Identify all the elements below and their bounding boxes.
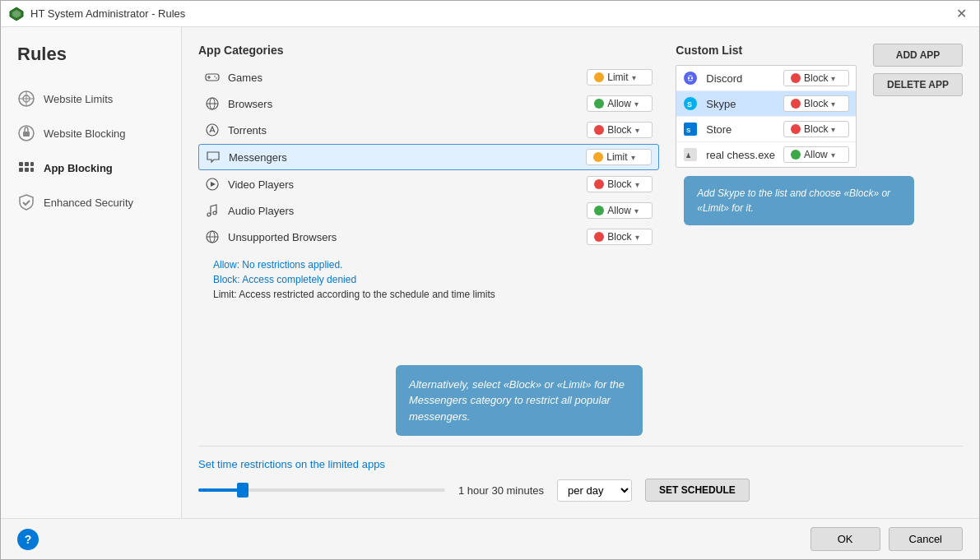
- time-title: Set time restrictions on the limited app…: [198, 458, 963, 470]
- category-row-games[interactable]: Games Limit ▾: [198, 65, 659, 90]
- chess-badge-text: Allow: [804, 149, 828, 160]
- cancel-button[interactable]: Cancel: [889, 527, 963, 551]
- browsers-badge-dot: [594, 99, 604, 109]
- svg-marker-22: [211, 182, 216, 187]
- sidebar-item-website-blocking[interactable]: Website Blocking: [1, 116, 181, 150]
- chess-action-badge[interactable]: Allow ▾: [783, 146, 849, 163]
- torrents-action-badge[interactable]: Block ▾: [587, 122, 653, 138]
- store-icon: S: [683, 122, 698, 137]
- svg-point-28: [684, 72, 697, 85]
- list-item-skype[interactable]: S Skype Block ▾: [676, 91, 856, 117]
- sidebar: Rules Website Limits Website Blocking: [1, 27, 182, 518]
- category-row-messengers[interactable]: Messengers Limit ▾: [198, 144, 659, 170]
- browsers-action-badge[interactable]: Allow ▾: [587, 95, 653, 112]
- time-section: Set time restrictions on the limited app…: [198, 446, 963, 502]
- window-title: HT System Administrator - Rules: [30, 7, 951, 20]
- category-name-torrents: Torrents: [228, 124, 578, 137]
- discord-chevron-icon: ▾: [831, 74, 835, 83]
- store-chevron-icon: ▾: [831, 125, 835, 134]
- messengers-action-badge[interactable]: Limit ▾: [586, 149, 652, 165]
- video-players-action-badge[interactable]: Block ▾: [587, 176, 653, 192]
- messengers-badge-dot: [593, 152, 603, 162]
- store-action-badge[interactable]: Block ▾: [783, 121, 849, 137]
- discord-badge-text: Block: [804, 72, 828, 84]
- music-icon: [205, 203, 220, 218]
- skype-action-badge[interactable]: Block ▾: [783, 95, 849, 112]
- sidebar-label-enhanced-security: Enhanced Security: [44, 197, 133, 209]
- allow-dot: [198, 260, 208, 270]
- svg-text:S: S: [686, 127, 691, 134]
- main-content: Rules Website Limits Website Blocking: [1, 27, 979, 518]
- store-badge-dot: [791, 124, 801, 134]
- allow-legend-text: Allow: No restrictions applied.: [213, 259, 342, 271]
- unsupported-browsers-chevron-icon: ▾: [635, 233, 639, 242]
- sidebar-item-website-limits[interactable]: Website Limits: [1, 81, 181, 116]
- skype-badge-dot: [791, 99, 801, 109]
- content-area: App Categories Games: [182, 27, 979, 518]
- callout-top-right: Add Skype to the list and choose «Block»…: [684, 176, 914, 225]
- messengers-chevron-icon: ▾: [631, 153, 635, 162]
- app-blocking-icon: [17, 159, 35, 177]
- category-row-browsers[interactable]: Browsers Allow ▾: [198, 91, 659, 116]
- help-button[interactable]: ?: [17, 529, 39, 550]
- category-row-audio-players[interactable]: Audio Players Allow ▾: [198, 198, 659, 223]
- limited-apps-link[interactable]: limited apps: [328, 458, 385, 470]
- website-limits-icon: [17, 90, 35, 108]
- discord-badge-dot: [791, 73, 801, 83]
- audio-players-badge-dot: [594, 206, 604, 215]
- unsupported-globe-icon: [205, 229, 220, 244]
- games-action-badge[interactable]: Limit ▾: [587, 69, 653, 86]
- sidebar-item-app-blocking[interactable]: App Blocking: [1, 150, 181, 185]
- discord-icon: [683, 71, 698, 86]
- sidebar-label-app-blocking: App Blocking: [44, 162, 113, 174]
- ok-button[interactable]: OK: [810, 527, 880, 551]
- callout-top-right-area: Add Skype to the list and choose «Block»…: [684, 176, 963, 225]
- games-badge-text: Limit: [607, 72, 628, 83]
- time-slider-track[interactable]: [198, 488, 445, 492]
- category-row-unsupported-browsers[interactable]: Unsupported Browsers Block ▾: [198, 224, 659, 249]
- allow-link[interactable]: Allow: No restrictions applied.: [213, 259, 342, 271]
- app-categories-title: App Categories: [198, 44, 659, 57]
- discord-action-badge[interactable]: Block ▾: [783, 70, 849, 86]
- audio-players-action-badge[interactable]: Allow ▾: [587, 202, 653, 219]
- callout-bottom-container: Alternatively, select «Block» or «Limit»…: [198, 365, 963, 437]
- limit-dot: [198, 289, 208, 299]
- right-panel: Custom List: [676, 44, 963, 360]
- bottom-bar: ? OK Cancel: [1, 518, 979, 559]
- website-blocking-icon: [17, 124, 35, 142]
- delete-app-button[interactable]: DELETE APP: [873, 73, 963, 96]
- custom-list-title: Custom List: [676, 44, 857, 57]
- torrents-badge-text: Block: [607, 124, 631, 136]
- category-name-messengers: Messengers: [229, 151, 578, 164]
- list-item-store[interactable]: S Store Block ▾: [676, 117, 856, 142]
- list-item-discord[interactable]: Discord Block ▾: [676, 66, 856, 91]
- unsupported-browsers-action-badge[interactable]: Block ▾: [587, 229, 653, 245]
- svg-text:S: S: [687, 100, 692, 109]
- close-button[interactable]: ✕: [951, 4, 971, 24]
- per-day-select[interactable]: per day per week: [557, 479, 632, 502]
- title-bar: HT System Administrator - Rules ✕: [1, 1, 979, 27]
- svg-point-23: [207, 213, 211, 216]
- globe-icon: [205, 96, 220, 111]
- svg-point-15: [214, 76, 216, 77]
- add-app-button[interactable]: ADD APP: [873, 44, 963, 67]
- category-row-torrents[interactable]: Torrents Block ▾: [198, 118, 659, 142]
- skype-badge-text: Block: [804, 98, 828, 109]
- video-players-badge-text: Block: [607, 178, 631, 190]
- sidebar-item-enhanced-security[interactable]: Enhanced Security: [1, 185, 181, 220]
- callout-top-right-text: Add Skype to the list and choose «Block»…: [697, 187, 890, 214]
- messengers-badge-text: Limit: [606, 151, 627, 163]
- category-name-video-players: Video Players: [228, 178, 578, 191]
- slider-thumb[interactable]: [237, 483, 248, 498]
- set-schedule-button[interactable]: SET SCHEDULE: [645, 479, 750, 502]
- svg-rect-8: [30, 162, 34, 166]
- block-link[interactable]: Block: Access completely denied: [213, 274, 356, 285]
- chat-icon: [206, 150, 221, 164]
- unsupported-browsers-badge-dot: [594, 232, 604, 242]
- list-item-chess[interactable]: ♟ real chess.exe Allow ▾: [676, 142, 856, 167]
- time-controls: 1 hour 30 minutes per day per week SET S…: [198, 479, 963, 502]
- svg-rect-9: [19, 168, 23, 172]
- category-row-video-players[interactable]: Video Players Block ▾: [198, 172, 659, 197]
- block-legend-text: Block: Access completely denied: [213, 274, 356, 285]
- store-name: Store: [706, 123, 775, 136]
